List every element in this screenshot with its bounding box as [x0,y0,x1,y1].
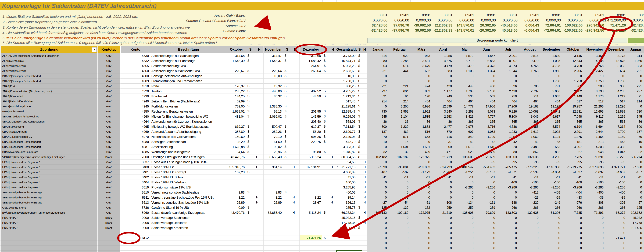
cell-g-s[interactable]: S [357,53,362,58]
cell-g-value[interactable]: 5.033,25 [336,63,357,68]
cell-month-mai-4[interactable]: 0 [454,246,476,251]
cell-konto[interactable]: 8402 [120,175,150,180]
cell-g-h[interactable]: H [362,175,367,180]
cell-g-h[interactable] [362,94,367,99]
summary-anzahl-november[interactable]: 83/81 [584,12,606,18]
cell-month-juni-5[interactable]: 3.716 [476,124,497,129]
cell-beschriftung[interactable] [150,236,227,241]
cell-n-h[interactable] [291,180,300,185]
cell-month-august-7[interactable]: 0 [519,236,540,241]
cell-n-h[interactable] [291,159,300,165]
cell-dz-value[interactable] [300,230,322,236]
cell-beschriftung[interactable]: Verrechn. sonstige Sachbezüge 19% USt [150,200,227,205]
cell-month-november-10[interactable]: -3.286 [584,185,606,190]
cell-month-november-10[interactable]: 3.459 [584,53,606,58]
cell-o-h[interactable] [255,215,264,220]
cell-month-april-3[interactable]: 1.177 [432,89,454,94]
cell-n-h[interactable] [291,149,300,154]
cell-n-value[interactable]: 10,00 [264,73,283,79]
cell-zuordnung[interactable]: UE01|Umsatzserlöse Segment 1 [2,170,98,175]
cell-g-value[interactable]: 94,60 [336,159,357,165]
cell-month-oktober-9[interactable]: 0 [562,73,584,79]
cell-month-april-3[interactable]: 0 [432,215,454,220]
cell-n-h[interactable] [291,251,300,252]
cell-month-januar-12[interactable]: 545 [627,114,644,119]
cell-month-oktober-9[interactable]: -3.286 [562,185,584,190]
cell-kontotyp[interactable]: GuV [98,109,120,114]
cell-kontotyp[interactable]: GuV [98,170,120,175]
cell-month-august-7[interactable]: 4.955 [519,124,540,129]
cell-month-januar-12[interactable]: 0 [627,190,644,195]
cell-g-value[interactable] [336,246,357,251]
cell-month-oktober-9[interactable]: 7.048 [562,114,584,119]
cell-o-h[interactable] [255,89,264,94]
cell-g-s[interactable] [357,241,362,246]
cell-kontotyp[interactable]: GuV [98,195,120,200]
cell-month-januar-12[interactable]: 45.932 [627,215,644,220]
cell-month-juni-5[interactable]: 0 [476,236,497,241]
cell-dz-s[interactable] [322,220,329,225]
cell-g-s[interactable]: S [357,129,362,134]
cell-month-dezember-11[interactable]: 266 [606,205,627,210]
cell-month-juni-5[interactable]: 17.906 [476,104,497,109]
cell-g-s[interactable]: S [357,79,362,84]
cell-month-november-10[interactable]: -71.391 [584,210,606,215]
cell-month-juli-6[interactable]: 0 [497,220,519,225]
cell-dz-s[interactable] [322,104,329,109]
cell-n-h[interactable] [291,134,300,139]
cell-dz-h[interactable] [329,139,336,144]
cell-o-s[interactable] [246,230,255,236]
cell-o-h[interactable] [255,94,264,99]
cell-n-value[interactable] [264,225,283,230]
cell-n-value[interactable] [264,215,283,220]
summary-guv-april[interactable]: 212.362,33 [432,23,454,28]
cell-month-mai-4[interactable]: 1.516 [454,144,476,149]
cell-n-s[interactable]: S [283,104,291,109]
cell-kontotyp[interactable]: GuV [98,84,120,89]
cell-n-s[interactable]: S [283,144,291,149]
cell-month-april-3[interactable]: -11 [432,175,454,180]
summary-bilanz-august[interactable]: -6.084,43 [519,28,540,33]
cell-month-märz-2[interactable]: 0 [410,180,432,185]
cell-n-s[interactable]: S [283,139,291,144]
summary-gesamt-september[interactable]: 0,00/0,00 [540,18,562,23]
header-h-15[interactable]: H [362,46,367,53]
cell-month-dezember-11[interactable]: 0 [606,241,627,246]
cell-o-value[interactable] [227,159,246,165]
cell-dz-s[interactable]: S [322,114,329,119]
cell-month-mai-4[interactable]: 0 [454,180,476,185]
cell-g-h[interactable] [362,205,367,210]
cell-month-oktober-9[interactable]: 6.194 [562,124,584,129]
cell-month-september-8[interactable]: 791 [540,84,562,89]
cell-month-august-7[interactable]: 0 [519,79,540,84]
cell-month-september-8[interactable]: 2.003 [540,129,562,134]
cell-month-april-3[interactable]: 0 [432,220,454,225]
cell-month-april-3[interactable]: 36 [432,119,454,124]
cell-dz-value[interactable] [300,159,322,165]
cell-month-april-3[interactable]: 0 [432,241,454,246]
cell-month-märz-2[interactable]: 0 [410,185,432,190]
cell-month-juni-5[interactable]: -3.137 [476,170,497,175]
cell-month-juni-5[interactable]: 468 [476,84,497,89]
cell-month-dezember-11[interactable]: -11 [606,175,627,180]
cell-n-h[interactable] [291,205,300,210]
cell-month-februar-1[interactable]: 0 [389,225,410,230]
cell-konto[interactable]: 4830 [120,53,150,58]
cell-g-s[interactable] [357,175,362,180]
cell-o-s[interactable] [246,251,255,252]
cell-month-januar-0[interactable]: 297 [367,89,389,94]
cell-month-januar-12[interactable]: -102.182 [627,210,644,215]
summary-bilanz-januar[interactable]: -32.428,86 [627,28,644,33]
cell-month-august-7[interactable]: 4.768 [519,63,540,68]
cell-n-value[interactable]: 96,02 [264,144,283,149]
cell-konto[interactable]: 8736 [120,205,150,210]
cell-month-dezember-11[interactable]: 568 [606,119,627,124]
cell-o-value[interactable]: 167,23 [227,170,246,175]
cell-month-januar-0[interactable]: 0 [367,190,389,195]
cell-dz-h[interactable] [329,94,336,99]
cell-o-value[interactable]: 619,37 [227,124,246,129]
summary-bilanz-juli[interactable]: 40.513,66 [497,28,519,33]
cell-month-januar-12[interactable]: 0 [627,195,644,200]
cell-month-märz-2[interactable]: 172.975 [410,154,432,159]
cell-month-april-3[interactable]: -21.719 [432,210,454,215]
